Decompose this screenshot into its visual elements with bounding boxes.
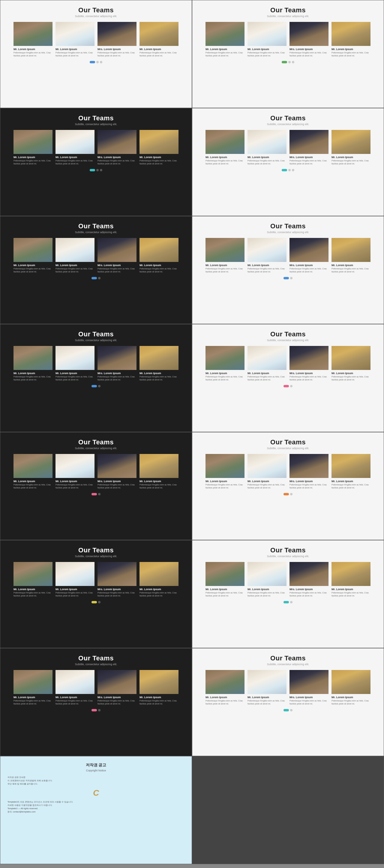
member-desc: Pellentesque fringilla enim ac felis. Cr… [331, 159, 371, 165]
member-desc: Pellentesque fringilla enim ac felis. Cr… [289, 483, 328, 489]
member-desc: Pellentesque fringilla enim ac felis. Cr… [331, 51, 371, 57]
member-photo [56, 346, 95, 370]
member-desc: Pellentesque fringilla enim ac felis. Cr… [205, 51, 245, 57]
member-photo [248, 346, 287, 370]
member-2: Mr. Lorem Ipsum Pellentesque fringilla e… [56, 454, 95, 489]
footer-text-2: TemplateU의 모든 콘텐츠는 라이선스 조건에 따라 사용할 수 있습니… [7, 800, 185, 814]
member-photo [139, 130, 179, 154]
member-2-name: Mr. Lorem Ipsum [56, 48, 95, 51]
member-desc: Pellentesque fringilla enim ac felis. Cr… [331, 591, 371, 597]
member-4-desc: Pellentesque fringilla enim ac felis. Cr… [139, 51, 179, 57]
team-grid-5: Mr. Lorem Ipsum Pellentesque fringilla e… [7, 238, 185, 273]
member-photo [97, 130, 136, 154]
indicator-dot-active [92, 277, 97, 279]
member-desc: Pellentesque fringilla enim ac felis. Cr… [97, 267, 136, 273]
member-photo [13, 562, 53, 586]
member-name: Mr. Lorem Ipsum [205, 156, 245, 159]
team-grid-9: Mr. Lorem Ipsum Pellentesque fringilla e… [7, 454, 185, 489]
member-photo-4 [331, 22, 371, 46]
member-3: Mrs. Lorem Ipsum Pellentesque fringilla … [97, 346, 136, 381]
indicator-dot [290, 709, 292, 711]
member-photo [139, 562, 179, 586]
slide-5-subtitle: Subtitle, consectetur adipiscing elit. [7, 231, 185, 234]
member-desc: Pellentesque fringilla enim ac felis. Cr… [97, 483, 136, 489]
member-desc: Pellentesque fringilla enim ac felis. Cr… [331, 700, 371, 705]
member-3: Mrs. Lorem Ipsum Pellentesque fringilla … [289, 670, 328, 705]
member-photo [56, 670, 95, 694]
member-4: Mr. Lorem Ipsum Pellentesque fringilla e… [139, 670, 179, 705]
member-4: Mr. Lorem Ipsum Pellentesque fringilla e… [331, 670, 371, 705]
member-desc: Pellentesque fringilla enim ac felis. Cr… [248, 591, 287, 597]
page-wrapper: Our Teams Subtitle, consectetur adipisci… [0, 0, 384, 864]
member-photo [139, 238, 179, 262]
slide-1-title: Our Teams [7, 6, 185, 14]
member-name: Mr. Lorem Ipsum [248, 588, 287, 591]
member-name: Mrs. Lorem Ipsum [97, 480, 136, 483]
member-name: Mr. Lorem Ipsum [248, 48, 287, 51]
member-photo [13, 130, 53, 154]
slide-11-indicator [7, 601, 185, 603]
slide-9-subtitle: Subtitle, consectetur adipiscing elit. [7, 447, 185, 450]
member-desc: Pellentesque fringilla enim ac felis. Cr… [97, 700, 136, 705]
member-desc: Pellentesque fringilla enim ac felis. Cr… [205, 375, 245, 381]
member-photo [248, 670, 287, 694]
member-name: Mr. Lorem Ipsum [331, 264, 371, 267]
slide-3-title: Our Teams [7, 114, 185, 122]
member-name: Mr. Lorem Ipsum [13, 264, 53, 267]
member-photo [205, 670, 245, 694]
member-photo-3 [97, 22, 136, 46]
member-desc: Pellentesque fringilla enim ac felis. Cr… [289, 591, 328, 597]
member-photo [289, 562, 328, 586]
member-photo [139, 670, 179, 694]
slide-12-subtitle: Subtitle, consectetur adipiscing elit. [199, 555, 377, 558]
member-3: Mrs. Lorem Ipsum Pellentesque fringilla … [97, 562, 136, 597]
slide-14: Our Teams Subtitle, consectetur adipisci… [192, 648, 384, 756]
member-desc: Pellentesque fringilla enim ac felis. Cr… [289, 375, 328, 381]
member-3: Mrs. Lorem Ipsum Pellentesque fringilla … [97, 238, 136, 273]
member-1: Mr. Lorem Ipsum Pellentesque fringilla e… [13, 22, 53, 57]
member-desc: Pellentesque fringilla enim ac felis. Cr… [13, 375, 53, 381]
member-3: Mrs. Lorem Ipsum Pellentesque fringilla … [289, 454, 328, 489]
member-1: Mr. Lorem Ipsum Pellentesque fringilla e… [13, 238, 53, 273]
member-2: Mr. Lorem Ipsum Pellentesque fringilla e… [56, 670, 95, 705]
member-2: Mr. Lorem Ipsum Pellentesque fringilla e… [56, 130, 95, 165]
member-4: Mr. Lorem Ipsum Pellentesque fringilla e… [139, 346, 179, 381]
member-photo [205, 562, 245, 586]
member-name: Mrs. Lorem Ipsum [289, 264, 328, 267]
member-3: Mrs. Lorem Ipsum Pellentesque fringilla … [289, 346, 328, 381]
member-4: Mr. Lorem Ipsum Pellentesque fringilla e… [331, 130, 371, 165]
slide-4-title: Our Teams [199, 114, 377, 122]
member-photo [289, 346, 328, 370]
slide-9-indicator [7, 493, 185, 495]
member-photo [331, 346, 371, 370]
indicator-dot-active [284, 385, 289, 388]
member-3-name: Mrs. Lorem Ipsum [97, 48, 136, 51]
member-photo-2 [56, 22, 95, 46]
team-grid-6: Mr. Lorem Ipsum Pellentesque fringilla e… [199, 238, 377, 273]
member-3: Mrs. Lorem Ipsum Pellentesque fringilla … [97, 130, 136, 165]
member-name: Mr. Lorem Ipsum [205, 264, 245, 267]
slide-9: Our Teams Subtitle, consectetur adipisci… [0, 432, 192, 540]
member-desc: Pellentesque fringilla enim ac felis. Cr… [205, 267, 245, 273]
member-1-name: Mr. Lorem Ipsum [13, 48, 53, 51]
member-2: Mr. Lorem Ipsum Pellentesque fringilla e… [56, 562, 95, 597]
member-photo [97, 670, 136, 694]
footer-slide-left: 저작권 공고 Copyright Notice 저작권 관련 안내문 이 프레젠… [0, 756, 192, 864]
member-photo [205, 130, 245, 154]
slide-4-subtitle: Subtitle, consectetur adipiscing elit. [199, 123, 377, 126]
member-desc: Pellentesque fringilla enim ac felis. Cr… [248, 267, 287, 273]
indicator-dot [96, 169, 99, 171]
member-2: Mr. Lorem Ipsum Pellentesque fringilla e… [248, 130, 287, 165]
member-desc: Pellentesque fringilla enim ac felis. Cr… [331, 375, 371, 381]
slide-13-subtitle: Subtitle, consectetur adipiscing elit. [7, 663, 185, 666]
member-name: Mr. Lorem Ipsum [56, 264, 95, 267]
member-photo [97, 562, 136, 586]
member-4: Mr. Lorem Ipsum Pellentesque fringilla e… [331, 22, 371, 57]
slide-10: Our Teams Subtitle, consectetur adipisci… [192, 432, 384, 540]
team-grid-11: Mr. Lorem Ipsum Pellentesque fringilla e… [7, 562, 185, 597]
member-name: Mr. Lorem Ipsum [139, 264, 179, 267]
member-photo [205, 346, 245, 370]
member-4: Mr. Lorem Ipsum Pellentesque fringilla e… [139, 238, 179, 273]
member-2: Mr. Lorem Ipsum Pellentesque fringilla e… [248, 22, 287, 57]
team-grid-2: Mr. Lorem Ipsum Pellentesque fringilla e… [199, 22, 377, 57]
